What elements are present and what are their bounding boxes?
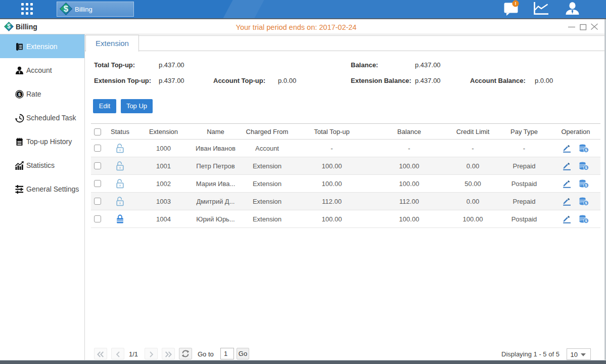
svg-text:!: ! (515, 1, 516, 6)
svg-text:$: $ (64, 4, 69, 14)
svg-text:$: $ (18, 92, 21, 97)
